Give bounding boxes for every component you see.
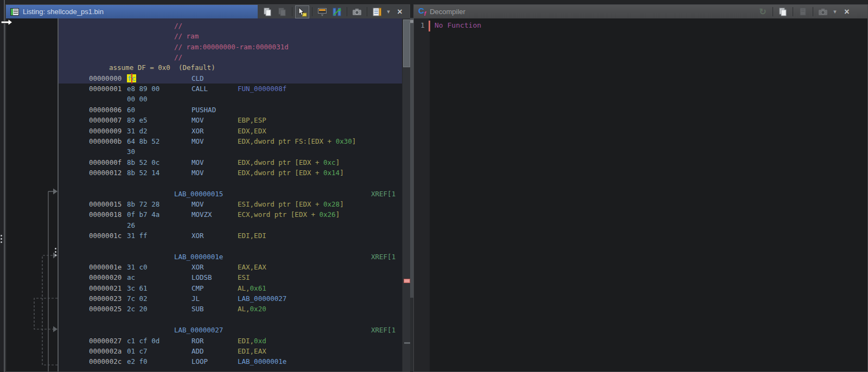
listing-field-byte[interactable]: 64 8b 52 [127,136,159,146]
listing-field-byte[interactable]: 8b 52 14 [127,168,159,178]
listing-field-byte[interactable]: 0f b7 4a [127,209,159,220]
copy-button[interactable] [776,6,789,18]
listing-field-byte[interactable]: 7c 02 [127,293,148,304]
export-button[interactable] [796,6,809,18]
listing-field-byte[interactable]: 31 c0 [127,262,148,272]
listing-field-addr[interactable]: 00000027 [89,336,122,346]
listing-field-addr[interactable]: 0000000f [89,157,122,168]
listing-row[interactable]: 0000000f8b 52 0cMOVEDX,dword ptr [EDX + … [59,157,402,168]
listing-field-addr[interactable]: 00000015 [89,199,122,209]
listing-field-bytehl[interactable]: fc [127,73,136,84]
diff-view-button[interactable] [330,6,343,18]
listing-field-byte[interactable]: c1 cf 0d [127,336,159,346]
listing-field-mnem[interactable]: XOR [192,126,204,136]
listing-scrollbar[interactable] [402,18,411,371]
listing-field-xref[interactable]: XREF[1 [371,325,395,335]
listing-field-mnem[interactable]: PUSHAD [192,105,216,115]
listing-row[interactable]: LAB_00000027XREF[1 [59,325,402,335]
paste-button[interactable] [276,6,289,18]
listing-field-mnem[interactable]: LODSB [192,272,212,283]
listing-field-op[interactable]: FUN_0000008f [238,84,286,94]
listing-field-op[interactable]: LAB_0000001e [238,356,286,367]
listing-field-op[interactable]: EDX,dword ptr [EDX + 0xc] [238,157,340,168]
listing-row[interactable]: 0000000931 d2XOREDX,EDX [59,126,402,136]
listing-field-byte[interactable]: 26 [127,220,135,230]
listing-field-op[interactable]: EAX,EAX [238,262,266,272]
select-tool-button[interactable] [296,6,309,18]
listing-options-caret[interactable]: ▾ [385,6,392,18]
listing-field-com[interactable]: // ram [174,31,199,41]
listing-field-mnem[interactable]: MOV [192,157,204,168]
listing-field-addr[interactable]: 0000000b [89,136,122,146]
listing-row[interactable] [59,241,402,251]
listing-field-addr[interactable]: 00000009 [89,126,122,136]
listing-field-addr[interactable]: 0000002c [89,356,122,367]
listing-field-op[interactable]: EDI,0xd [238,336,266,346]
close-decompiler-button[interactable]: × [840,6,853,18]
scrollbar-thumb[interactable] [403,20,410,67]
listing-row[interactable]: // [59,52,402,62]
listing-field-mnem[interactable]: MOV [192,115,204,125]
listing-field-addr[interactable]: 00000006 [89,105,122,115]
listing-row[interactable]: 000000128b 52 14MOVEDX,dword ptr [EDX + … [59,168,402,178]
splitter-grip[interactable] [1,233,2,245]
disassembly-view[interactable]: //// ram// ram:00000000-ram:0000031d//as… [59,18,402,371]
listing-row[interactable]: LAB_0000001eXREF[1 [59,252,402,262]
listing-row[interactable]: // [59,21,402,31]
listing-field-op[interactable]: AL,0x61 [238,283,266,293]
listing-field-byte[interactable]: e2 f0 [127,356,148,367]
listing-field-op[interactable]: EDX,EDX [238,126,266,136]
listing-field-com[interactable]: // ram:00000000-ram:0000031d [174,42,289,52]
listing-field-op[interactable]: ESI [238,272,250,283]
listing-row[interactable]: 30 [59,146,402,157]
cursor-location-marker[interactable] [404,279,410,283]
listing-field-byte[interactable]: 8b 72 28 [127,199,159,209]
listing-field-byte[interactable]: 01 c7 [127,346,148,356]
listing-field-addr[interactable]: 00000025 [89,304,122,314]
listing-field-addr[interactable]: 00000001 [89,84,122,94]
listing-field-op[interactable]: EBP,ESP [238,115,266,125]
listing-field-com[interactable]: // [174,21,182,31]
listing-field-mnem[interactable]: CMP [192,283,204,293]
snapshot-button[interactable] [350,6,363,18]
listing-field-addr[interactable]: 00000021 [89,283,122,293]
listing-field-op[interactable]: EDX,dword ptr [EDX + 0x14] [238,168,344,178]
listing-field-addr[interactable]: 0000001c [89,230,122,241]
listing-row[interactable]: // ram [59,31,402,41]
listing-field-byte[interactable]: 89 e5 [127,115,148,125]
listing-field-byte[interactable]: 00 00 [127,94,148,104]
listing-field-byte[interactable]: e8 89 00 [127,84,159,94]
listing-field-addr[interactable]: 0000002a [89,346,122,356]
listing-field-byte[interactable]: 60 [127,105,135,115]
listing-field-op[interactable]: EDI,EDI [238,230,266,241]
listing-row[interactable]: 00000001e8 89 00CALLFUN_0000008f [59,84,402,94]
listing-row[interactable]: 0000000660PUSHAD [59,105,402,115]
listing-row[interactable]: 000000252c 20SUBAL,0x20 [59,304,402,314]
listing-field-addr[interactable]: 00000023 [89,293,122,304]
listing-row[interactable]: 0000001e31 c0XOREAX,EAX [59,262,402,272]
decompiler-body[interactable]: 1 No Function [414,18,867,371]
listing-field-mnem[interactable]: LOOP [192,356,208,367]
listing-row[interactable]: 000000180f b7 4aMOVZXECX,word ptr [EDX +… [59,209,402,220]
listing-row[interactable]: 0000002a01 c7ADDEDI,EAX [59,346,402,356]
listing-field-mnem[interactable]: MOV [192,136,204,146]
margin-splitter-grip[interactable] [55,246,56,258]
listing-field-mnem[interactable]: ROR [192,336,204,346]
listing-field-addr[interactable]: 00000007 [89,115,122,125]
decompiler-menu-caret[interactable]: ▾ [831,6,839,18]
edit-listing-fields-button[interactable] [316,6,329,18]
listing-field-mnem[interactable]: MOV [192,199,204,209]
snapshot-button[interactable] [816,6,829,18]
listing-field-op[interactable]: LAB_00000027 [238,293,286,304]
listing-field-addr[interactable]: 00000012 [89,168,122,178]
listing-row[interactable]: 00000027c1 cf 0dROREDI,0xd [59,336,402,346]
listing-row[interactable]: 00000000fcCLD [59,73,402,84]
listing-row[interactable]: 00000020acLODSBESI [59,272,402,283]
listing-row[interactable]: 000000158b 72 28MOVESI,dword ptr [EDX + … [59,199,402,209]
listing-row[interactable]: 0000002ce2 f0LOOPLAB_0000001e [59,356,402,367]
listing-row[interactable] [59,178,402,188]
listing-field-assume[interactable]: assume DF = 0x0 (Default) [109,62,215,73]
listing-field-byte[interactable]: 8b 52 0c [127,157,159,168]
listing-field-mnem[interactable]: SUB [192,304,204,314]
listing-field-xref[interactable]: XREF[1 [371,252,395,262]
